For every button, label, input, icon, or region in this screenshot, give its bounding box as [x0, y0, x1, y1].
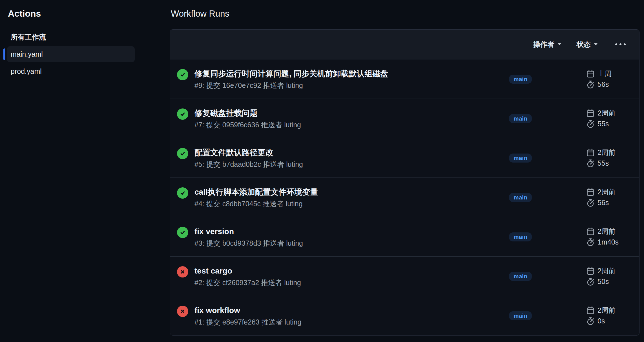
branch-column: main [504, 75, 586, 84]
sidebar-item-prod-yaml[interactable]: prod.yaml [7, 63, 135, 79]
workflow-run-row[interactable]: call执行脚本添加配置文件环境变量 #4: 提交 c8dbb7045c 推送者… [170, 177, 639, 217]
actions-sidebar: Actions 所有工作流 main.yaml prod.yaml [0, 0, 142, 342]
stopwatch-icon [586, 317, 595, 325]
run-date: 上周 [586, 69, 631, 78]
workflow-run-row[interactable]: 配置文件默认路径更改 #5: 提交 b7daad0b2c 推送者 luting … [170, 138, 639, 177]
stopwatch-icon [586, 120, 595, 128]
run-status-x-icon [177, 266, 188, 277]
branch-column: main [504, 311, 586, 320]
run-text: 修复磁盘挂载问题 #7: 提交 0959f6c636 推送者 luting [194, 108, 504, 129]
run-text: 配置文件默认路径更改 #5: 提交 b7daad0b2c 推送者 luting [194, 147, 504, 169]
branch-badge[interactable]: main [509, 75, 532, 84]
calendar-icon [586, 70, 595, 78]
run-commit-info: #3: 提交 b0cd9378d3 推送者 luting [194, 239, 504, 248]
stopwatch-icon [586, 159, 595, 168]
all-workflows-label: 所有工作流 [11, 32, 135, 41]
kebab-horizontal-icon [624, 43, 626, 45]
workflow-runs-main: Workflow Runs 操作者 状态 [142, 0, 644, 342]
actor-filter-label: 操作者 [533, 40, 554, 49]
run-commit-info: #1: 提交 e8e97fe263 推送者 luting [194, 317, 504, 327]
run-text: call执行脚本添加配置文件环境变量 #4: 提交 c8dbb7045c 推送者… [194, 187, 504, 208]
run-meta-column: 上周 56s [586, 69, 631, 89]
run-date: 2周前 [586, 306, 631, 315]
run-title-link[interactable]: 配置文件默认路径更改 [194, 147, 504, 158]
run-meta-column: 2周前 0s [586, 306, 631, 325]
run-date-text: 2周前 [597, 188, 616, 196]
run-duration: 55s [586, 119, 631, 128]
kebab-horizontal-icon [615, 43, 617, 45]
kebab-horizontal-icon [619, 43, 621, 45]
run-date: 2周前 [586, 227, 631, 236]
calendar-icon [586, 109, 595, 117]
status-filter-button[interactable]: 状态 [576, 38, 598, 51]
run-duration: 50s [586, 277, 631, 286]
run-date-text: 2周前 [597, 306, 616, 315]
calendar-icon [586, 188, 595, 196]
run-duration-text: 0s [597, 317, 605, 325]
chevron-down-icon [557, 43, 561, 46]
run-meta-column: 2周前 55s [586, 148, 631, 168]
run-duration: 0s [586, 317, 631, 325]
run-date: 2周前 [586, 188, 631, 196]
run-title-link[interactable]: fix version [194, 226, 504, 237]
run-duration: 1m40s [586, 238, 631, 246]
branch-badge[interactable]: main [509, 232, 532, 241]
run-duration-text: 55s [597, 159, 609, 168]
run-date-text: 上周 [597, 69, 612, 78]
run-commit-info: #7: 提交 0959f6c636 推送者 luting [194, 120, 504, 129]
run-duration: 55s [586, 159, 631, 168]
run-date-text: 2周前 [597, 267, 616, 275]
run-meta-column: 2周前 55s [586, 109, 631, 128]
branch-badge[interactable]: main [509, 311, 532, 320]
run-date-text: 2周前 [597, 109, 616, 117]
run-status-x-icon [177, 306, 188, 317]
run-status-check-icon [177, 187, 188, 199]
run-commit-info: #2: 提交 cf260937a2 推送者 luting [194, 278, 504, 287]
workflow-run-row[interactable]: 修复同步运行时间计算问题, 同步关机前卸载默认组磁盘 #9: 提交 16e70e… [170, 59, 639, 99]
run-title-link[interactable]: fix workflow [194, 305, 504, 316]
runs-filter-bar: 操作者 状态 [170, 30, 639, 59]
actor-filter-button[interactable]: 操作者 [533, 38, 562, 51]
run-title-link[interactable]: 修复磁盘挂载问题 [194, 108, 504, 119]
run-commit-info: #9: 提交 16e70e7c92 推送者 luting [194, 81, 504, 90]
run-meta-column: 2周前 1m40s [586, 227, 631, 246]
run-duration: 56s [586, 80, 631, 89]
run-status-check-icon [177, 108, 188, 120]
run-title-link[interactable]: call执行脚本添加配置文件环境变量 [194, 187, 504, 197]
run-commit-info: #5: 提交 b7daad0b2c 推送者 luting [194, 160, 504, 169]
run-date-text: 2周前 [597, 227, 616, 236]
branch-badge[interactable]: main [509, 272, 532, 281]
run-duration-text: 55s [597, 119, 609, 128]
branch-column: main [504, 154, 586, 163]
stopwatch-icon [586, 199, 595, 207]
more-options-button[interactable] [614, 41, 627, 48]
branch-badge[interactable]: main [509, 193, 532, 202]
workflow-runs-panel: 操作者 状态 修复同步运行时间计算问题, 同步关机前卸载默认组磁盘 #9: 提交 [170, 29, 639, 336]
workflow-run-row[interactable]: test cargo #2: 提交 cf260937a2 推送者 luting … [170, 256, 639, 296]
calendar-icon [586, 267, 595, 275]
branch-column: main [504, 193, 586, 202]
sidebar-item-main-yaml[interactable]: main.yaml [7, 46, 135, 62]
workflow-run-row[interactable]: fix workflow #1: 提交 e8e97fe263 推送者 lutin… [170, 296, 639, 335]
status-filter-label: 状态 [577, 40, 591, 49]
run-text: fix workflow #1: 提交 e8e97fe263 推送者 lutin… [194, 305, 504, 327]
sidebar-title: Actions [8, 8, 135, 19]
run-meta-column: 2周前 56s [586, 188, 631, 207]
selected-accent-bar [3, 48, 5, 60]
run-title-link[interactable]: test cargo [194, 266, 504, 276]
branch-badge[interactable]: main [509, 114, 532, 123]
run-title-link[interactable]: 修复同步运行时间计算问题, 同步关机前卸载默认组磁盘 [194, 68, 504, 79]
branch-badge[interactable]: main [509, 154, 532, 163]
run-duration-text: 56s [597, 198, 609, 207]
run-date-text: 2周前 [597, 148, 616, 157]
sidebar-item-label: main.yaml [11, 50, 43, 58]
stopwatch-icon [586, 277, 595, 286]
run-date: 2周前 [586, 148, 631, 157]
workflow-run-row[interactable]: fix version #3: 提交 b0cd9378d3 推送者 luting… [170, 217, 639, 256]
run-status-check-icon [177, 148, 188, 159]
page-title: Workflow Runs [171, 8, 639, 20]
workflow-run-row[interactable]: 修复磁盘挂载问题 #7: 提交 0959f6c636 推送者 luting ma… [170, 99, 639, 138]
run-duration-text: 50s [597, 277, 609, 286]
run-status-check-icon [177, 227, 188, 238]
chevron-down-icon [594, 43, 598, 46]
